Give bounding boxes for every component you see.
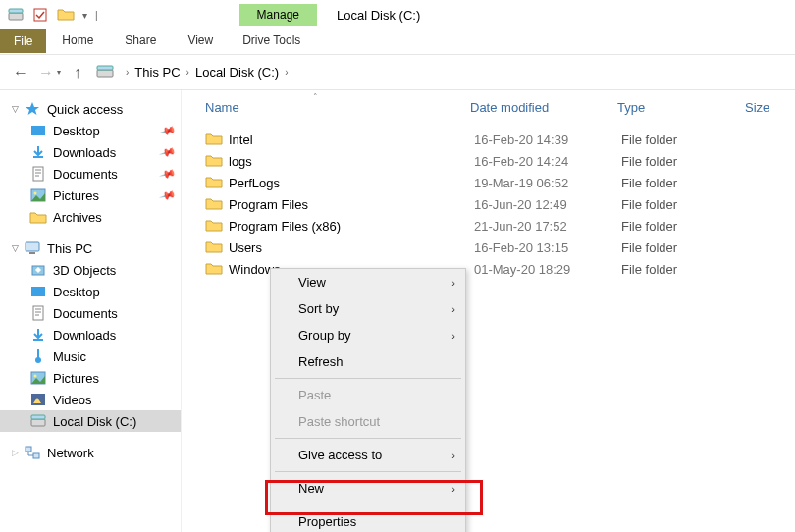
col-name-header[interactable]: Name˄	[205, 100, 470, 115]
sidebar-item-documents[interactable]: Documents	[0, 302, 181, 324]
sidebar-item-label: Pictures	[53, 188, 99, 203]
folder-icon	[205, 196, 223, 212]
file-date: 16-Feb-20 13:15	[474, 240, 621, 255]
up-button[interactable]: ↑	[67, 62, 88, 83]
svg-rect-13	[33, 306, 43, 320]
svg-rect-5	[31, 126, 45, 135]
file-row[interactable]: Users16-Feb-20 13:15File folder	[186, 237, 795, 258]
submenu-arrow-icon: ›	[451, 303, 455, 315]
pin-icon: 📌	[159, 122, 178, 139]
sidebar-item-local-disk-c-[interactable]: Local Disk (C:)	[0, 410, 181, 432]
star-icon	[24, 101, 41, 117]
sidebar-item-videos[interactable]: Videos	[0, 389, 181, 410]
sidebar-item-label: Pictures	[53, 371, 99, 386]
sidebar-item-label: Documents	[53, 306, 118, 321]
sidebar-item-label: Desktop	[53, 124, 100, 138]
cm-separator	[275, 471, 461, 472]
file-name: logs	[229, 154, 474, 169]
folder-icon	[205, 261, 223, 277]
sidebar-network[interactable]: ▷ Network	[0, 442, 181, 463]
item-icon	[29, 262, 47, 278]
qat-separator: |	[95, 10, 98, 21]
item-icon	[29, 392, 47, 407]
item-icon	[29, 284, 47, 299]
cm-refresh[interactable]: Refresh	[271, 348, 465, 375]
col-type-header[interactable]: Type	[617, 100, 745, 115]
drive-tools-tab[interactable]: Drive Tools	[231, 29, 312, 51]
qat-dropdown-icon[interactable]: ▾	[82, 10, 87, 21]
cm-new[interactable]: New›	[271, 475, 465, 502]
item-icon	[29, 209, 47, 225]
file-date: 16-Jun-20 12:49	[474, 197, 621, 212]
share-tab[interactable]: Share	[109, 29, 172, 51]
qat-folder-icon[interactable]	[57, 6, 75, 24]
cm-view[interactable]: View›	[271, 269, 465, 295]
file-row[interactable]: logs16-Feb-20 14:24File folder	[186, 150, 795, 172]
cm-properties[interactable]: Properties	[271, 508, 465, 532]
breadcrumb-this-pc[interactable]: This PC	[134, 65, 180, 80]
file-date: 01-May-20 18:29	[474, 262, 621, 277]
drive-icon	[8, 7, 24, 23]
expand-caret-icon[interactable]: ▽	[12, 243, 22, 253]
file-type: File folder	[621, 262, 749, 277]
sidebar-item-label: Local Disk (C:)	[53, 414, 136, 429]
home-tab[interactable]: Home	[46, 29, 109, 51]
file-tab[interactable]: File	[0, 29, 46, 53]
back-button[interactable]: ←	[10, 62, 31, 83]
col-size-header[interactable]: Size	[745, 100, 795, 115]
file-name: Program Files (x86)	[229, 219, 474, 234]
file-row[interactable]: PerfLogs19-Mar-19 06:52File folder	[186, 172, 795, 193]
file-row[interactable]: Program Files (x86)21-Jun-20 17:52File f…	[186, 215, 795, 237]
sidebar-item-music[interactable]: Music	[0, 346, 181, 367]
view-tab[interactable]: View	[172, 29, 229, 51]
sidebar-item-documents[interactable]: Documents📌	[0, 163, 181, 185]
svg-point-8	[34, 192, 37, 195]
pin-icon: 📌	[159, 165, 178, 183]
sidebar-item-downloads[interactable]: Downloads	[0, 324, 181, 346]
expand-caret-icon[interactable]: ▽	[12, 104, 22, 114]
forward-button[interactable]: →	[35, 62, 57, 83]
chevron-right-icon[interactable]: ›	[126, 67, 129, 78]
sidebar-item-label: Desktop	[53, 285, 100, 299]
sidebar-item-3d-objects[interactable]: 3D Objects	[0, 259, 181, 281]
folder-icon	[205, 218, 223, 234]
sidebar-item-desktop[interactable]: Desktop	[0, 281, 181, 302]
folder-icon	[205, 132, 223, 147]
chevron-right-icon[interactable]: ›	[285, 67, 288, 78]
address-bar[interactable]: › This PC › Local Disk (C:) ›	[96, 64, 294, 81]
svg-point-16	[34, 375, 37, 378]
recent-locations-dropdown[interactable]: ▾	[57, 68, 61, 77]
submenu-arrow-icon: ›	[451, 330, 455, 342]
chevron-right-icon[interactable]: ›	[186, 67, 189, 78]
file-list[interactable]: Intel16-Feb-20 14:39File folderlogs16-Fe…	[182, 123, 795, 280]
file-row[interactable]: Program Files16-Jun-20 12:49File folder	[186, 193, 795, 215]
sidebar-item-archives[interactable]: Archives	[0, 206, 181, 228]
sidebar-label: This PC	[47, 241, 92, 256]
sidebar-this-pc[interactable]: ▽ This PC	[0, 238, 181, 259]
sidebar-item-desktop[interactable]: Desktop📌	[0, 120, 181, 141]
cm-group-by[interactable]: Group by›	[271, 322, 465, 348]
sidebar-item-pictures[interactable]: Pictures📌	[0, 185, 181, 206]
file-date: 21-Jun-20 17:52	[474, 219, 621, 234]
sidebar-item-label: Videos	[53, 393, 92, 407]
breadcrumb-local-disk[interactable]: Local Disk (C:)	[195, 65, 279, 80]
cm-sort-by[interactable]: Sort by›	[271, 295, 465, 322]
expand-caret-icon[interactable]: ▷	[12, 448, 22, 457]
cm-give-access-to[interactable]: Give access to›	[271, 442, 465, 468]
sidebar-quick-access[interactable]: ▽ Quick access	[0, 98, 181, 120]
sidebar-item-downloads[interactable]: Downloads📌	[0, 141, 181, 163]
file-date: 16-Feb-20 14:39	[474, 133, 621, 147]
file-date: 16-Feb-20 14:24	[474, 154, 621, 169]
context-menu: View› Sort by› Group by› Refresh Paste P…	[270, 268, 466, 532]
item-icon	[29, 370, 47, 386]
file-name: PerfLogs	[229, 176, 474, 190]
manage-ribbon-tab[interactable]: Manage	[239, 4, 317, 26]
col-date-header[interactable]: Date modified	[470, 100, 617, 115]
file-name: Program Files	[229, 197, 474, 212]
pc-icon	[24, 240, 41, 256]
sidebar-item-pictures[interactable]: Pictures	[0, 367, 181, 389]
svg-rect-12	[31, 287, 45, 296]
file-type: File folder	[621, 133, 749, 147]
file-row[interactable]: Intel16-Feb-20 14:39File folder	[186, 129, 795, 150]
qat-save-icon[interactable]	[29, 4, 51, 26]
